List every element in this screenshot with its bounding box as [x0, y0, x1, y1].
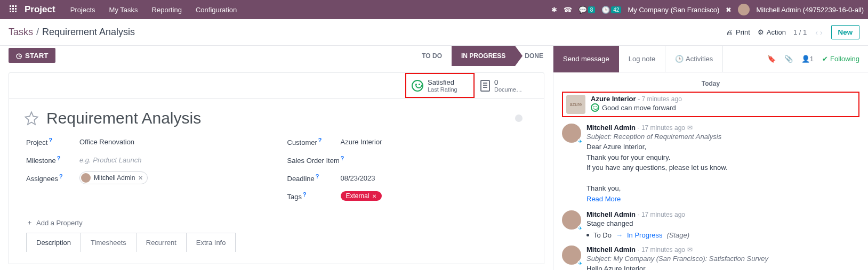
topbar: Project Projects My Tasks Reporting Conf…	[0, 0, 868, 19]
nav-projects[interactable]: Projects	[64, 6, 102, 14]
remove-tag-icon[interactable]: ✕	[372, 193, 376, 199]
followers-button[interactable]: 👤1	[801, 55, 814, 63]
start-button[interactable]: ◷START	[9, 48, 55, 63]
apps-icon[interactable]	[10, 5, 18, 14]
tracking-field: (Stage)	[666, 231, 689, 239]
avatar-mitchell	[562, 246, 581, 265]
msg-body: Good can move forward	[602, 104, 676, 112]
user-name[interactable]: Mitchell Admin (49752239-16-0-all)	[756, 6, 864, 14]
task-title[interactable]: Requirement Analysis	[46, 109, 201, 127]
pager-prev[interactable]: ‹	[815, 28, 818, 37]
msg-author: Azure Interior	[591, 95, 636, 103]
msg-line: Dear Azure Interior,	[586, 142, 728, 152]
support-icon[interactable]: ☎	[564, 6, 572, 14]
avatar-mitchell	[562, 210, 581, 230]
deadline-label: Deadline?	[287, 173, 341, 183]
activities-icon[interactable]: 🕒42	[601, 6, 621, 14]
breadcrumb-bar: Tasks / Requirement Analysis 🖨Print ⚙Act…	[0, 19, 868, 46]
tab-description[interactable]: Description	[26, 233, 81, 252]
pager-count: 1 / 1	[793, 28, 807, 36]
breadcrumb-root[interactable]: Tasks	[9, 27, 33, 38]
milestone-label: Milestone?	[26, 155, 79, 165]
envelope-icon: ✉	[687, 246, 693, 253]
message-survey: Mitchell Admin - 17 minutes ago✉ Subject…	[562, 242, 859, 271]
action-button[interactable]: ⚙Action	[758, 28, 786, 36]
send-message-button[interactable]: Send message	[553, 46, 619, 72]
msg-time: - 17 minutes ago	[638, 124, 685, 132]
bullet-icon	[586, 234, 589, 236]
document-icon	[480, 80, 490, 92]
form-tabs: Description Timesheets Recurrent Extra I…	[9, 233, 544, 252]
message-tracking: Mitchell Admin - 17 minutes ago Stage ch…	[562, 207, 859, 242]
envelope-icon: ✉	[687, 124, 693, 132]
assignee-chip[interactable]: Mitchell Admin✕	[79, 171, 148, 184]
activities-badge: 42	[611, 6, 621, 13]
msg-line: If you have any questions, please let us…	[586, 162, 728, 173]
msg-subject: Subject: Reception of Requirement Analys…	[586, 133, 728, 141]
new-button[interactable]: New	[831, 25, 859, 39]
stat-rating-value: Satisfied	[428, 78, 454, 86]
msg-author: Mitchell Admin	[586, 124, 636, 132]
attachment-icon[interactable]: 📎	[784, 55, 793, 63]
customer-label: Customer?	[287, 137, 341, 146]
form-sheet: SatisfiedLast Rating 0Docume… Requiremen…	[9, 72, 544, 264]
stat-rating-label: Last Rating	[428, 86, 457, 93]
project-value[interactable]: Office Renovation	[79, 138, 134, 146]
msg-line: Hello Azure Interior,	[586, 264, 768, 271]
chatter: Send message Log note 🕒 Activities 🔖 📎 👤…	[553, 46, 868, 270]
messages-icon[interactable]: 💬8	[578, 6, 596, 14]
company-switch[interactable]: My Company (San Francisco)	[628, 6, 719, 14]
add-property-button[interactable]: ＋Add a Property	[9, 216, 100, 233]
milestone-input[interactable]: e.g. Product Launch	[79, 156, 141, 164]
activities-button[interactable]: 🕒 Activities	[665, 46, 723, 72]
msg-line: Thank you for your enquiry.	[586, 152, 728, 163]
breadcrumb-current: Requirement Analysis	[42, 27, 135, 38]
kanban-state-icon[interactable]	[515, 114, 523, 122]
tags-label: Tags?	[287, 191, 341, 201]
stat-doc-count: 0	[494, 78, 498, 86]
app-brand[interactable]: Project	[25, 4, 55, 15]
bookmark-icon[interactable]: 🔖	[767, 55, 776, 63]
date-separator: Today	[562, 80, 859, 87]
arrow-icon: →	[616, 231, 623, 239]
sales-order-item-label: Sales Order Item?	[287, 155, 357, 165]
customer-value[interactable]: Azure Interior	[341, 138, 382, 146]
print-button[interactable]: 🖨Print	[726, 28, 750, 36]
project-label: Project?	[26, 137, 79, 146]
nav-my-tasks[interactable]: My Tasks	[103, 6, 144, 14]
msg-author: Mitchell Admin	[586, 210, 636, 218]
avatar-azure: azure	[566, 95, 585, 114]
following-button[interactable]: ✔ Following	[822, 55, 859, 63]
print-icon: 🖨	[726, 28, 733, 36]
stage-bar: TO DO IN PROGRESS DONE	[412, 46, 553, 66]
tab-timesheets[interactable]: Timesheets	[81, 233, 136, 252]
remove-icon[interactable]: ✕	[138, 175, 143, 182]
deadline-value[interactable]: 08/23/2023	[341, 174, 375, 182]
clock-icon: 🕒	[675, 55, 684, 63]
tab-recurrent[interactable]: Recurrent	[136, 233, 187, 252]
tag-external[interactable]: External✕	[341, 191, 382, 201]
user-avatar[interactable]	[738, 4, 750, 15]
nav-reporting[interactable]: Reporting	[146, 6, 188, 14]
assignees-label: Assignees?	[26, 173, 79, 183]
bug-icon[interactable]: ✱	[551, 6, 557, 14]
stat-doc-label: Docume…	[494, 86, 522, 93]
msg-time: - 7 minutes ago	[638, 95, 682, 103]
gear-icon: ⚙	[758, 28, 764, 36]
form-view: ◷START TO DO IN PROGRESS DONE SatisfiedL…	[0, 46, 553, 270]
priority-star-icon[interactable]	[24, 111, 39, 126]
avatar-mitchell	[562, 124, 581, 143]
msg-author: Mitchell Admin	[586, 246, 636, 253]
plus-icon: ＋	[26, 218, 33, 227]
msg-subject: Subject: My Company (San Francisco): Sat…	[586, 255, 768, 263]
stage-in-progress[interactable]: IN PROGRESS	[452, 46, 515, 66]
tools-icon[interactable]: ✖	[726, 6, 732, 14]
log-note-button[interactable]: Log note	[619, 46, 665, 72]
stat-rating[interactable]: SatisfiedLast Rating	[405, 73, 475, 98]
message-rating: azure Azure Interior - 7 minutes ago Goo…	[562, 92, 859, 117]
read-more-link[interactable]: Read More	[586, 194, 728, 204]
pager-next[interactable]: ›	[820, 28, 823, 37]
nav-configuration[interactable]: Configuration	[189, 6, 243, 14]
tab-extra-info[interactable]: Extra Info	[187, 233, 236, 252]
stat-documents[interactable]: 0Docume…	[475, 73, 544, 98]
